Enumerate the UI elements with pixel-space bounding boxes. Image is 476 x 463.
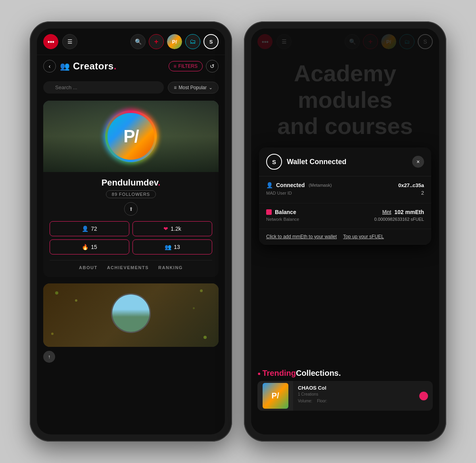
balance-left: Balance bbox=[266, 209, 296, 215]
brand-logo[interactable]: ●●● bbox=[43, 34, 58, 49]
search-icon: 🔍 bbox=[135, 38, 142, 45]
scroll-up-icon: ↑ bbox=[48, 354, 50, 360]
second-card-avatar-circle bbox=[111, 293, 151, 333]
nav-right: 🔍 + P/ 🗂 S bbox=[131, 34, 219, 49]
network-value: 0.0000982633162 sFUEL bbox=[374, 217, 424, 222]
stat-fire[interactable]: 🔥 15 bbox=[50, 239, 129, 254]
wallet-balance-section: Balance Mint 102 mmEth Network Balance 0… bbox=[259, 203, 431, 229]
search-button[interactable]: 🔍 bbox=[131, 34, 146, 49]
wallet-modal-title: Wallet Connected bbox=[287, 158, 346, 166]
right-search-icon: 🔍 bbox=[349, 38, 356, 45]
avatar-button[interactable]: P/ bbox=[167, 34, 182, 49]
trending-card-action bbox=[419, 381, 433, 411]
refresh-button[interactable]: ↺ bbox=[206, 60, 219, 73]
card-body: Pendulumdev. 89 FOLLOWERS ⬆ 👤 72 bbox=[43, 172, 219, 277]
search-input[interactable] bbox=[43, 81, 164, 94]
scroll-up-button[interactable]: ↑ bbox=[43, 351, 55, 363]
trending-card-sub: 1 Creations bbox=[298, 392, 415, 396]
trending-card-name: CHAOS Col bbox=[298, 385, 415, 391]
wallet-close-button[interactable]: × bbox=[412, 156, 424, 168]
mad-user-value: 2 bbox=[421, 190, 424, 196]
trending-card-dot bbox=[419, 392, 428, 400]
right-avatar-button: P/ bbox=[381, 34, 396, 49]
second-creator-card bbox=[43, 283, 219, 347]
mint-link[interactable]: Mint bbox=[382, 209, 392, 215]
wallet-modal: S Wallet Connected × 👤 Connected (M bbox=[259, 147, 431, 245]
wallet-modal-header: S Wallet Connected × bbox=[259, 147, 431, 176]
add-button[interactable]: + bbox=[149, 34, 164, 49]
balance-right: Mint 102 mmEth bbox=[382, 209, 424, 215]
right-nav-bar: ●●● ☰ 🔍 + P/ 🗂 S bbox=[251, 29, 439, 55]
menu-icon: ☰ bbox=[67, 38, 73, 45]
balance-square-icon bbox=[266, 209, 272, 215]
right-phone: ●●● ☰ 🔍 + P/ 🗂 S bbox=[244, 21, 446, 442]
back-button[interactable]: ‹ bbox=[43, 60, 56, 73]
fire-icon: 🔥 bbox=[82, 244, 88, 250]
tab-about[interactable]: ABOUT bbox=[79, 265, 98, 272]
trending-volume-label: Volume: bbox=[298, 399, 312, 403]
s-wallet-button[interactable]: S bbox=[203, 34, 219, 49]
menu-button[interactable]: ☰ bbox=[62, 34, 77, 49]
nav-bar: ●●● ☰ 🔍 + P/ bbox=[37, 29, 225, 55]
wallet-connected-section: 👤 Connected (Metamask) 0x27..c35a MAD Us… bbox=[259, 176, 431, 203]
wallet-close-icon: × bbox=[416, 159, 420, 165]
filters-label: FILTERS bbox=[178, 63, 198, 69]
page-title-row: 👥 Creators. bbox=[60, 61, 117, 72]
wallet-links-section: Click to add mmEth to your wallet Top up… bbox=[259, 229, 431, 245]
group-count: 13 bbox=[174, 244, 180, 250]
sort-icon: ≡ bbox=[174, 85, 177, 90]
wallet-modal-icon: S bbox=[266, 154, 282, 170]
share-icon: ⬆ bbox=[129, 206, 133, 212]
group-icon: 👥 bbox=[165, 244, 171, 250]
page-header: ‹ 👥 Creators. ≡ FILTERS ↺ bbox=[37, 55, 225, 77]
tab-achievements[interactable]: ACHIEVEMENTS bbox=[107, 265, 149, 272]
filters-icon: ≡ bbox=[174, 63, 177, 69]
wallet-connected-row: 👤 Connected (Metamask) 0x27..c35a bbox=[266, 182, 424, 188]
share-button[interactable]: ⬆ bbox=[124, 202, 138, 216]
search-row: 🔍 ≡ Most Popular ⌄ bbox=[37, 77, 225, 98]
followers-badge: 89 FOLLOWERS bbox=[106, 190, 156, 198]
creator-avatar-glow: P/ bbox=[105, 111, 157, 162]
tab-ranking[interactable]: RANKING bbox=[158, 265, 183, 272]
stat-following[interactable]: 👤 72 bbox=[50, 221, 129, 236]
following-count: 72 bbox=[91, 226, 97, 232]
page-header-left: ‹ 👥 Creators. bbox=[43, 60, 117, 73]
trending-card-vf: Volume: Floor: bbox=[298, 399, 415, 403]
wallet-icon: 🗂 bbox=[190, 38, 196, 45]
creators-section-icon: 👥 bbox=[60, 61, 70, 71]
trending-card: P/ CHAOS Col 1 Creations Volume: Floor: bbox=[257, 381, 433, 411]
right-menu-button: ☰ bbox=[276, 34, 292, 49]
creator-card: P/ Pendulumdev. 89 FOLLOWERS bbox=[43, 101, 219, 277]
stats-grid: 👤 72 ❤ 1.2k 🔥 15 👥 13 bbox=[50, 221, 212, 254]
refresh-icon: ↺ bbox=[210, 63, 215, 69]
mad-user-row: MAD User ID 2 bbox=[266, 190, 424, 196]
wallet-header-left: S Wallet Connected bbox=[266, 154, 346, 170]
sort-arrow-icon: ⌄ bbox=[209, 85, 213, 90]
following-icon: 👤 bbox=[82, 226, 88, 232]
right-search-button: 🔍 bbox=[345, 34, 360, 49]
left-phone-screen: ●●● ☰ 🔍 + P/ bbox=[37, 29, 225, 434]
metamask-label: (Metamask) bbox=[309, 183, 332, 187]
network-label: Network Balance bbox=[266, 217, 299, 222]
stat-group[interactable]: 👥 13 bbox=[132, 239, 212, 254]
sort-button[interactable]: ≡ Most Popular ⌄ bbox=[168, 82, 219, 94]
fire-count: 15 bbox=[91, 244, 97, 250]
add-mmeth-link[interactable]: Click to add mmEth to your wallet bbox=[266, 234, 337, 239]
second-card-banner bbox=[43, 283, 219, 347]
balance-value: 102 mmEth bbox=[394, 209, 424, 215]
nav-left: ●●● ☰ bbox=[43, 34, 77, 49]
wallet-address: 0x27..c35a bbox=[398, 182, 424, 188]
right-phone-screen: ●●● ☰ 🔍 + P/ 🗂 S bbox=[251, 29, 439, 434]
balance-row-top: Balance Mint 102 mmEth bbox=[266, 209, 424, 215]
likes-icon: ❤ bbox=[163, 226, 168, 232]
creator-name: Pendulumdev. bbox=[50, 178, 212, 188]
filters-button[interactable]: ≡ FILTERS bbox=[169, 61, 203, 71]
s-icon: S bbox=[209, 39, 213, 45]
network-balance-row: Network Balance 0.0000982633162 sFUEL bbox=[266, 217, 424, 222]
wallet-button[interactable]: 🗂 bbox=[185, 34, 200, 49]
stat-likes[interactable]: ❤ 1.2k bbox=[132, 221, 212, 236]
avatar-text: P/ bbox=[123, 126, 138, 146]
top-up-sfuel-link[interactable]: Top up your sFUEL bbox=[343, 234, 384, 239]
back-icon: ‹ bbox=[49, 63, 51, 69]
right-add-button: + bbox=[363, 34, 378, 49]
